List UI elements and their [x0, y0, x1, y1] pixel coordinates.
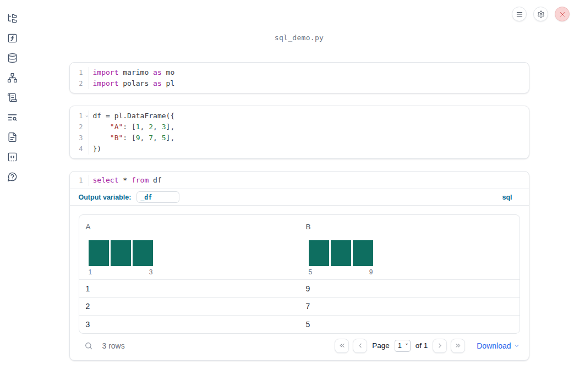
file-tree-icon [7, 13, 18, 24]
code-line[interactable]: 1select * from df [70, 175, 529, 186]
table-cell: 5 [299, 320, 520, 329]
cells-container: 1import marimo as mo2import polars as pl… [24, 42, 574, 361]
histogram-axis-labels: 13 [89, 268, 153, 276]
hamburger-menu-icon [516, 10, 523, 18]
code-editor-imports[interactable]: 1import marimo as mo2import polars as pl [70, 63, 529, 93]
topbar-actions [512, 7, 570, 21]
sql-meta-bar: Output variable: sql [70, 189, 529, 206]
column-header[interactable]: A13 [79, 215, 299, 279]
line-number: 3 [70, 132, 89, 143]
column-name: B [306, 223, 513, 231]
chevron-down-icon [513, 343, 520, 349]
sidebar-item-help[interactable] [6, 170, 18, 183]
code-line[interactable]: 2 "A": [1, 2, 3], [70, 122, 529, 132]
code-line[interactable]: 2import polars as pl [70, 78, 529, 89]
histogram-axis-labels: 59 [309, 268, 373, 276]
chevrons-right-icon [455, 342, 462, 349]
cell-imports[interactable]: 1import marimo as mo2import polars as pl [69, 62, 529, 93]
table-row[interactable]: 19 [79, 279, 520, 297]
code-line[interactable]: 4}) [70, 143, 529, 154]
function-square-icon [7, 33, 18, 43]
download-button[interactable]: Download [477, 341, 520, 350]
search-icon[interactable] [84, 341, 93, 350]
database-icon [7, 53, 18, 63]
line-number: 2 [70, 122, 89, 132]
download-label: Download [477, 341, 511, 350]
code-line[interactable]: 3 "B": [9, 7, 5], [70, 132, 529, 143]
histogram-bar [331, 240, 351, 266]
table-cell: 1 [79, 284, 299, 293]
line-number: 1⌄ [70, 111, 89, 122]
sidebar-item-snippets[interactable] [6, 151, 18, 163]
sidebar-item-scratchpad[interactable] [6, 91, 18, 103]
sql-output: A13B59 192735 3 rows [70, 206, 529, 360]
close-icon [559, 10, 566, 18]
column-name: A [86, 223, 293, 231]
page-select[interactable]: 1 [395, 340, 411, 352]
sidebar-item-datasources[interactable] [6, 52, 18, 64]
column-histogram[interactable] [89, 240, 293, 266]
cell-dataframe[interactable]: 1⌄df = pl.DataFrame({2 "A": [1, 2, 3],3 … [69, 106, 529, 159]
table-cell: 3 [79, 320, 299, 329]
code-snippet-icon [7, 152, 18, 162]
list-search-icon [7, 112, 18, 123]
table-cell: 2 [79, 302, 299, 311]
next-page-button[interactable] [433, 339, 447, 353]
pagination: Page 1 of 1 [335, 339, 520, 353]
document-icon [7, 132, 18, 142]
helper-sidebar [0, 0, 24, 392]
column-header[interactable]: B59 [299, 215, 520, 279]
last-page-button[interactable] [451, 339, 465, 353]
code-editor-dataframe[interactable]: 1⌄df = pl.DataFrame({2 "A": [1, 2, 3],3 … [70, 106, 529, 158]
prev-page-button[interactable] [353, 339, 367, 353]
sidebar-item-variables[interactable] [6, 32, 18, 44]
dataframe-table: A13B59 192735 [79, 214, 520, 334]
sidebar-item-logs[interactable] [6, 111, 18, 123]
table-body: 192735 [79, 279, 520, 333]
page-of-label: of 1 [416, 341, 428, 350]
dependency-graph-icon [7, 73, 18, 83]
scroll-icon [7, 92, 18, 103]
line-number: 1 [70, 175, 89, 186]
row-count: 3 rows [102, 341, 125, 350]
sidebar-item-file-explorer[interactable] [6, 12, 18, 24]
histogram-bar [353, 240, 373, 266]
column-histogram[interactable] [309, 240, 513, 266]
fold-chevron-icon[interactable]: ⌄ [85, 109, 88, 120]
first-page-button[interactable] [335, 339, 349, 353]
histogram-bar [89, 240, 109, 266]
table-cell: 9 [299, 284, 520, 293]
sidebar-item-dependencies[interactable] [6, 71, 18, 84]
page-label: Page [372, 341, 390, 350]
output-variable-label: Output variable: [79, 194, 132, 201]
page-select-wrap: 1 [395, 340, 411, 352]
histogram-bar [111, 240, 131, 266]
line-number: 4 [70, 143, 89, 154]
sidebar-item-documentation[interactable] [6, 131, 18, 143]
gear-icon [537, 10, 545, 18]
table-header: A13B59 [79, 215, 520, 279]
notebook-filename: sql_demo.py [24, 0, 574, 42]
table-row[interactable]: 27 [79, 297, 520, 316]
table-footer: 3 rows Page [79, 339, 520, 353]
line-number: 1 [70, 67, 89, 78]
histogram-bar [309, 240, 329, 266]
cell-sql[interactable]: 1select * from df Output variable: sql A… [69, 171, 529, 361]
settings-button[interactable] [533, 7, 548, 21]
output-variable-input[interactable] [136, 191, 179, 203]
language-badge: sql [502, 194, 512, 201]
table-row[interactable]: 35 [79, 315, 520, 333]
chevron-right-icon [436, 342, 444, 349]
menu-button[interactable] [512, 7, 527, 21]
code-editor-sql[interactable]: 1select * from df [70, 172, 529, 189]
code-line[interactable]: 1⌄df = pl.DataFrame({ [70, 111, 529, 122]
table-cell: 7 [299, 302, 520, 311]
chevrons-left-icon [338, 342, 346, 349]
help-bubble-icon [7, 172, 18, 182]
close-button[interactable] [555, 7, 570, 21]
notebook-content: sql_demo.py 1import marimo as mo2import … [24, 0, 574, 361]
code-line[interactable]: 1import marimo as mo [70, 67, 529, 78]
histogram-bar [133, 240, 153, 266]
chevron-left-icon [357, 342, 364, 349]
line-number: 2 [70, 78, 89, 89]
